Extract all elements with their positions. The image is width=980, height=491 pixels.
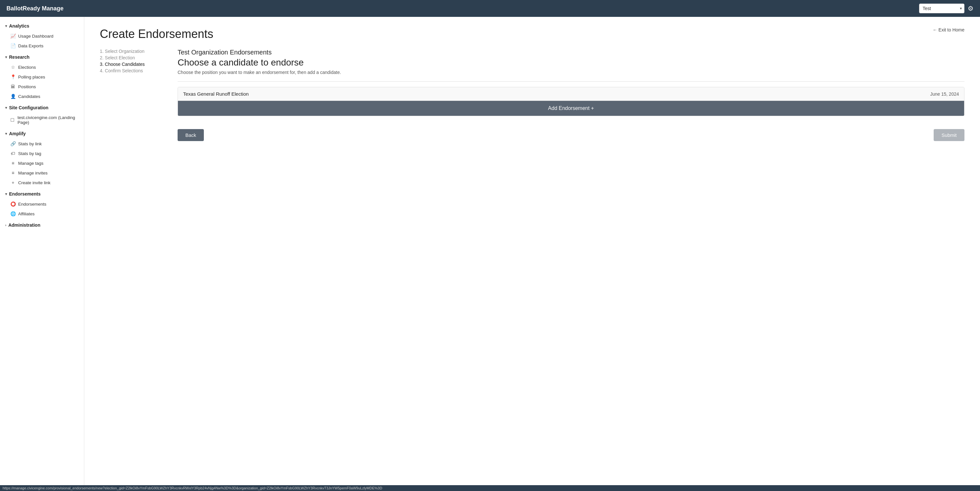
sidebar-item-label: Manage invites [18, 171, 48, 175]
chevron-icon: ▾ [5, 24, 7, 28]
sidebar-item-elections[interactable]: ☆ Elections [0, 62, 84, 72]
file-icon: 📄 [10, 43, 16, 48]
sidebar-section-label-research: Research [9, 54, 30, 60]
sidebar-section-header-site-config[interactable]: ▾ Site Configuration [0, 102, 84, 113]
settings-button[interactable]: ⚙ [968, 5, 974, 12]
sidebar-section-administration: › Administration [0, 220, 84, 230]
list-icon: ≡ [10, 161, 16, 166]
sidebar-section-label-administration: Administration [8, 223, 40, 228]
link-icon: 🔗 [10, 141, 16, 146]
sidebar-item-label: Stats by tag [18, 151, 41, 156]
chevron-icon: ▾ [5, 106, 7, 110]
sidebar-section-research: ▾ Research ☆ Elections 📍 Polling places … [0, 52, 84, 101]
step-4: 4. Confirm Selections [100, 68, 165, 73]
top-nav-right: Test ▾ ⚙ [919, 3, 974, 13]
sidebar-section-label-site-config: Site Configuration [9, 105, 48, 110]
sidebar-section-header-research[interactable]: ▾ Research [0, 52, 84, 62]
sidebar-section-amplify: ▾ Amplify 🔗 Stats by link 🏷 Stats by tag… [0, 128, 84, 187]
chart-icon: 📈 [10, 33, 16, 38]
sidebar-item-positions[interactable]: 🏛 Positions [0, 82, 84, 91]
chevron-icon: ▾ [5, 132, 7, 136]
sidebar-item-label: Stats by link [18, 141, 42, 146]
sidebar-section-header-amplify[interactable]: ▾ Amplify [0, 128, 84, 139]
building-icon: 🏛 [10, 84, 16, 89]
sidebar-item-label: Data Exports [18, 43, 43, 48]
top-nav: BallotReady Manage Test ▾ ⚙ [0, 0, 980, 17]
sidebar-section-label-analytics: Analytics [9, 23, 29, 29]
gear-icon: ⚙ [968, 5, 974, 12]
globe-icon: 🌐 [10, 211, 16, 216]
form-section-title: Choose a candidate to endorse [178, 57, 964, 68]
step-2: 2. Select Election [100, 55, 165, 60]
org-select[interactable]: Test [919, 3, 964, 13]
step-1: 1. Select Organization [100, 49, 165, 54]
sidebar-section-endorsements: ▾ Endorsements ⭕ Endorsements 🌐 Affiliat… [0, 189, 84, 218]
step-3: 3. Choose Candidates [100, 62, 165, 67]
app-body: ▾ Analytics 📈 Usage Dashboard 📄 Data Exp… [0, 17, 980, 485]
sidebar-item-data-exports[interactable]: 📄 Data Exports [0, 41, 84, 51]
sidebar-item-label: Affiliates [18, 212, 35, 216]
election-card: Texas General Runoff Election June 15, 2… [178, 87, 964, 116]
sidebar-item-label: test.civicengine.com (Landing Page) [18, 115, 79, 125]
sidebar-item-create-invite-link[interactable]: + Create invite link [0, 178, 84, 187]
list-icon: ≡ [10, 170, 16, 175]
steps-column: 1. Select Organization 2. Select Electio… [100, 49, 165, 141]
sidebar: ▾ Analytics 📈 Usage Dashboard 📄 Data Exp… [0, 17, 84, 485]
sidebar-item-landing-page[interactable]: ☐ test.civicengine.com (Landing Page) [0, 113, 84, 127]
sidebar-section-header-administration[interactable]: › Administration [0, 220, 84, 230]
chevron-icon: ▾ [5, 192, 7, 196]
add-endorsement-wrapper: Add Endorsement + [178, 101, 964, 116]
status-url: https://manage.civicengine.com/provision… [3, 486, 382, 490]
sidebar-item-label: Endorsements [18, 202, 46, 207]
election-name: Texas General Runoff Election [183, 91, 248, 97]
sidebar-item-stats-by-tag[interactable]: 🏷 Stats by tag [0, 148, 84, 158]
app-title: BallotReady Manage [6, 5, 64, 12]
star-icon: ☆ [10, 65, 16, 70]
sidebar-item-endorsements[interactable]: ⭕ Endorsements [0, 199, 84, 209]
page-title: Create Endorsements [100, 27, 213, 41]
sidebar-item-affiliates[interactable]: 🌐 Affiliates [0, 209, 84, 218]
stepper: 1. Select Organization 2. Select Electio… [100, 49, 165, 73]
page-icon: ☐ [10, 117, 15, 123]
sidebar-item-usage-dashboard[interactable]: 📈 Usage Dashboard [0, 31, 84, 41]
tag-icon: 🏷 [10, 151, 16, 156]
sidebar-section-header-analytics[interactable]: ▾ Analytics [0, 21, 84, 31]
sidebar-item-label: Create invite link [18, 180, 51, 185]
sidebar-section-site-config: ▾ Site Configuration ☐ test.civicengine.… [0, 102, 84, 127]
map-pin-icon: 📍 [10, 74, 16, 80]
exit-to-home-link[interactable]: ← Exit to Home [933, 27, 964, 32]
content-area: 1. Select Organization 2. Select Electio… [100, 49, 964, 141]
sidebar-item-label: Manage tags [18, 161, 43, 166]
election-card-header: Texas General Runoff Election June 15, 2… [178, 87, 964, 101]
sidebar-section-label-endorsements: Endorsements [9, 191, 40, 196]
chevron-right-icon: › [5, 223, 6, 227]
sidebar-item-stats-by-link[interactable]: 🔗 Stats by link [0, 139, 84, 148]
chevron-icon: ▾ [5, 55, 7, 59]
sidebar-item-label: Elections [18, 65, 36, 70]
form-header: Test Organization Endorsements Choose a … [178, 49, 964, 82]
sidebar-item-polling-places[interactable]: 📍 Polling places [0, 72, 84, 82]
sidebar-section-label-amplify: Amplify [9, 131, 25, 136]
form-column: Test Organization Endorsements Choose a … [178, 49, 964, 141]
sidebar-item-label: Polling places [18, 75, 45, 80]
submit-button[interactable]: Submit [934, 129, 964, 141]
org-name: Test Organization Endorsements [178, 49, 964, 56]
main-content: Create Endorsements ← Exit to Home 1. Se… [84, 17, 980, 485]
plus-icon: + [10, 180, 16, 185]
person-icon: 👤 [10, 94, 16, 99]
status-bar: https://manage.civicengine.com/provision… [0, 485, 980, 491]
add-endorsement-button[interactable]: Add Endorsement + [178, 101, 964, 116]
org-selector-wrapper: Test ▾ [919, 3, 964, 13]
bottom-actions: Back Submit [178, 124, 964, 141]
back-button[interactable]: Back [178, 129, 204, 141]
sidebar-item-label: Positions [18, 84, 36, 89]
sidebar-item-manage-tags[interactable]: ≡ Manage tags [0, 158, 84, 168]
sidebar-section-analytics: ▾ Analytics 📈 Usage Dashboard 📄 Data Exp… [0, 21, 84, 51]
main-header: Create Endorsements ← Exit to Home [100, 27, 964, 41]
divider [178, 81, 964, 82]
sidebar-item-label: Usage Dashboard [18, 34, 54, 38]
sidebar-item-label: Candidates [18, 94, 40, 99]
sidebar-section-header-endorsements[interactable]: ▾ Endorsements [0, 189, 84, 199]
sidebar-item-manage-invites[interactable]: ≡ Manage invites [0, 168, 84, 178]
sidebar-item-candidates[interactable]: 👤 Candidates [0, 91, 84, 101]
